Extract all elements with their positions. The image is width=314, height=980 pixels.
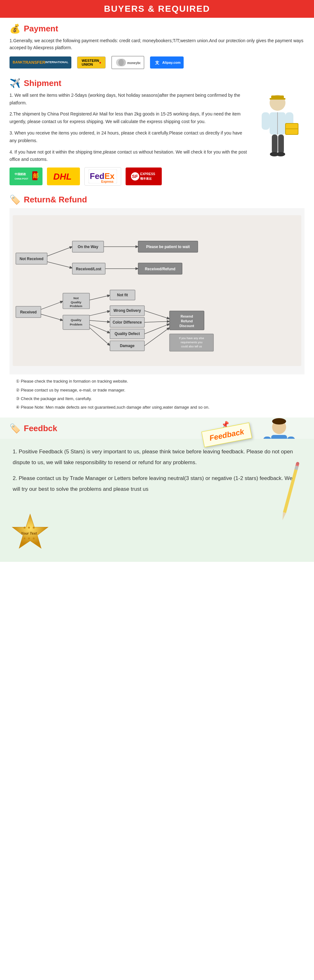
shipment-para-4: 4. If you have not got it within the shi… [10, 148, 247, 164]
svg-text:邮: 邮 [33, 173, 39, 179]
note-3: ③ Check the package and Item, carefully. [16, 395, 298, 402]
dhl-logo: DHL [47, 167, 80, 185]
svg-rect-22 [270, 98, 285, 100]
note-4: ④ Please Note: Men made defects are not … [16, 404, 298, 411]
svg-text:DHL: DHL [53, 172, 72, 181]
svg-text:Your Text: Your Text [21, 531, 37, 535]
svg-text:Color Difference: Color Difference [113, 320, 142, 325]
payment-icon: 💰 [10, 24, 21, 34]
svg-text:SF: SF [132, 173, 138, 179]
shipment-para-2: 2.The shipment by China Post Registered … [10, 110, 247, 126]
svg-text:CHINA POST: CHINA POST [14, 178, 29, 180]
page-header: BUYERS & REQUIRED [0, 0, 314, 18]
svg-text:Not: Not [74, 296, 79, 300]
svg-point-1 [118, 59, 126, 66]
svg-text:Discount: Discount [179, 324, 194, 328]
svg-point-87 [272, 418, 286, 425]
svg-text:支: 支 [155, 60, 160, 65]
shipment-image [251, 92, 304, 174]
delivery-man-illustration [252, 92, 303, 174]
western-union-logo: WESTERNUNION ● [77, 56, 106, 68]
flowchart-svg: Not Received On the Way Please be patien… [13, 215, 301, 367]
shipment-title: ✈️ Shipment [10, 78, 304, 89]
fedex-logo: FedEx Express [84, 167, 121, 186]
page-title: BUYERS & REQUIRED [0, 4, 314, 14]
shipment-text-block: 1. We will sent the items within 2-5days… [10, 92, 247, 186]
svg-text:On the Way: On the Way [78, 245, 98, 249]
svg-text:★ ★ ★: ★ ★ ★ [23, 536, 35, 541]
svg-text:★ ★ ★: ★ ★ ★ [23, 525, 35, 530]
payment-title: 💰 Payment [10, 24, 304, 34]
china-post-logo: 中国邮政 CHINA POST 邮 [10, 167, 43, 185]
svg-text:Received/Lost: Received/Lost [76, 267, 101, 271]
feedback-para-1: 1. Positive Feedback (5 Stars) is very i… [13, 446, 301, 468]
feedback-section: 🏷️ Feedbck 📌 Feedback [0, 417, 314, 562]
svg-text:Quality Defect: Quality Defect [114, 332, 140, 336]
svg-text:Not fit: Not fit [117, 293, 128, 297]
gold-star-badge: ★ ★ ★ Your Text ★ ★ ★ [10, 513, 51, 555]
feedback-title: 🏷️ Feedbck [10, 423, 57, 434]
shipment-icon: ✈️ [10, 78, 21, 89]
svg-text:Wrong Delivery: Wrong Delivery [114, 309, 141, 313]
feedback-para-2: 2. Please contact us by Trade Manager or… [13, 473, 301, 495]
sf-express-logo: SF EXPRESS 顺丰速运 [125, 167, 162, 185]
return-refund-section: 🏷️ Return& Refund Not Received On the Wa… [0, 189, 314, 417]
svg-rect-25 [262, 112, 270, 130]
feedback-content: 1. Positive Feedback (5 Stars) is very i… [0, 439, 314, 510]
svg-rect-30 [278, 135, 284, 154]
note-2: ② Please contact us by meesage, e-mail, … [16, 387, 298, 394]
feedback-icon: 🏷️ [10, 423, 21, 434]
svg-text:Quality: Quality [71, 318, 81, 322]
svg-text:requirements you: requirements you [181, 341, 202, 344]
svg-text:Express: Express [101, 180, 114, 183]
svg-rect-29 [272, 135, 278, 154]
svg-text:顺丰速运: 顺丰速运 [140, 177, 152, 180]
svg-text:Damage: Damage [120, 344, 135, 348]
svg-marker-96 [281, 512, 286, 520]
svg-text:Resend: Resend [181, 314, 193, 318]
shipment-section: ✈️ Shipment 1. We will sent the items wi… [0, 72, 314, 189]
payment-text: 1.Generally, we accept the following pay… [10, 37, 304, 51]
svg-text:FedEx: FedEx [90, 171, 115, 181]
bank-transfer-logo: BANKTRANSFERINTERNATIONAL [10, 56, 71, 68]
svg-text:Problem: Problem [70, 323, 82, 326]
return-notes: ① Please check the tracking in formation… [10, 377, 304, 414]
flowchart-area: Not Received On the Way Please be patien… [10, 208, 304, 374]
svg-text:EXPRESS: EXPRESS [140, 172, 155, 176]
return-icon: 🏷️ [10, 194, 21, 205]
moneybookers-logo: moneybookers [111, 56, 144, 69]
alipay-logo: 支 Alipay.com [150, 56, 184, 68]
payment-logos: BANKTRANSFERINTERNATIONAL WESTERNUNION ●… [10, 56, 304, 69]
svg-text:Received/Refund: Received/Refund [145, 267, 175, 271]
svg-text:Please be patient to wait: Please be patient to wait [146, 245, 190, 249]
svg-text:moneybookers: moneybookers [127, 61, 141, 65]
feedback-header: 🏷️ Feedbck 📌 Feedback [0, 417, 314, 439]
shipment-logos: 中国邮政 CHINA POST 邮 DHL [10, 167, 247, 186]
shipment-para-3: 3. When you receive the items you ordere… [10, 129, 247, 145]
payment-section: 💰 Payment 1.Generally, we accept the fol… [0, 18, 314, 72]
svg-text:could also tell us: could also tell us [181, 345, 202, 348]
svg-point-32 [276, 152, 285, 156]
svg-text:Refund: Refund [181, 319, 192, 323]
shipment-content: 1. We will sent the items within 2-5days… [10, 92, 304, 186]
note-1: ① Please check the tracking in formation… [16, 377, 298, 385]
svg-rect-33 [13, 215, 301, 366]
shipment-para-1: 1. We will sent the items within 2-5days… [10, 92, 247, 107]
svg-text:Not Received: Not Received [20, 257, 43, 261]
svg-text:Problem: Problem [70, 305, 82, 308]
svg-text:Received: Received [20, 310, 36, 314]
svg-text:中国邮政: 中国邮政 [14, 173, 26, 176]
svg-text:Quality: Quality [71, 301, 81, 304]
return-refund-title: 🏷️ Return& Refund [10, 194, 304, 205]
svg-text:If you have any else: If you have any else [179, 337, 204, 340]
